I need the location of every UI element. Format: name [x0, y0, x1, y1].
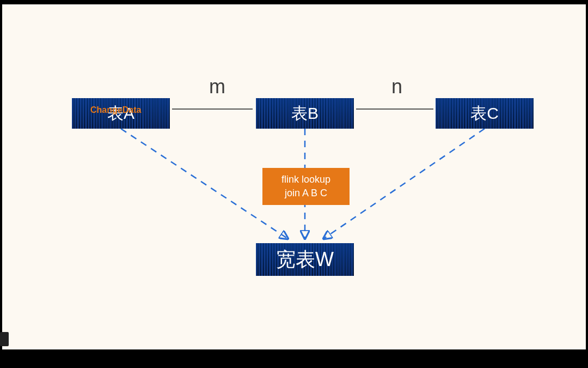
node-wide-table-w: 宽表W [256, 243, 354, 276]
edge-label-n: n [391, 75, 402, 98]
node-table-c: 表C [436, 98, 534, 129]
node-b-label: 表B [291, 102, 318, 125]
cursor-indicator [0, 332, 9, 346]
process-flink-lookup: flink lookup join A B C [262, 168, 350, 205]
diagram-canvas: 表A ChangeData 表B 表C m n flink lookup joi… [2, 4, 586, 349]
edge-label-m: m [209, 75, 225, 98]
overlay-change-data: ChangeData [90, 105, 141, 115]
process-line1: flink lookup [281, 173, 330, 186]
process-line2: join A B C [285, 186, 327, 200]
node-table-b: 表B [256, 98, 354, 129]
node-c-label: 表C [470, 102, 499, 125]
node-w-label: 宽表W [276, 246, 334, 273]
